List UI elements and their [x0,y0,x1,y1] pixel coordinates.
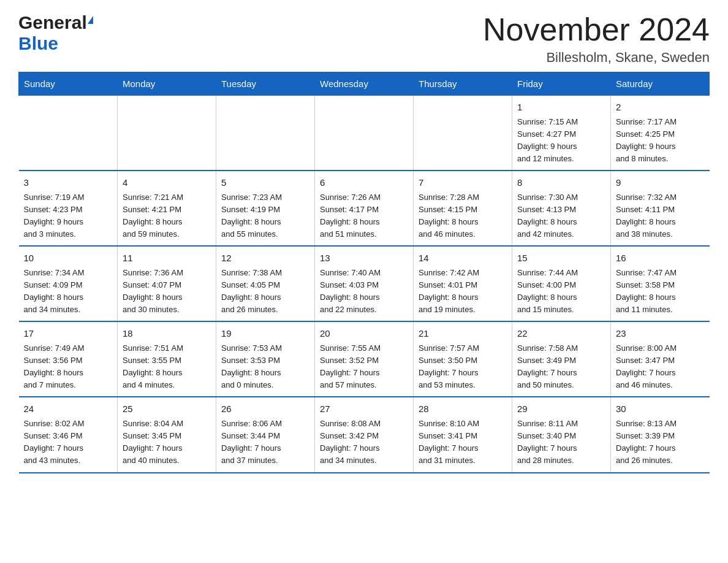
day-number: 12 [221,251,309,266]
day-cell: 23Sunrise: 8:00 AMSunset: 3:47 PMDayligh… [611,321,710,397]
day-number: 10 [24,251,113,266]
day-info: Sunrise: 7:51 AMSunset: 3:55 PMDaylight:… [123,342,211,392]
header-friday: Friday [512,72,611,96]
week-row-2: 3Sunrise: 7:19 AMSunset: 4:23 PMDaylight… [19,170,710,246]
day-info: Sunrise: 8:13 AMSunset: 3:39 PMDaylight:… [616,418,705,467]
day-info: Sunrise: 7:26 AMSunset: 4:17 PMDaylight:… [320,191,408,241]
day-cell: 5Sunrise: 7:23 AMSunset: 4:19 PMDaylight… [216,170,315,246]
title-block: November 2024 Billesholm, Skane, Sweden [483,12,710,66]
day-info: Sunrise: 7:21 AMSunset: 4:21 PMDaylight:… [123,191,211,241]
day-info: Sunrise: 8:02 AMSunset: 3:46 PMDaylight:… [24,418,113,467]
calendar-table: Sunday Monday Tuesday Wednesday Thursday… [18,72,710,473]
day-cell [414,96,512,171]
day-number: 8 [517,176,605,190]
day-number: 2 [616,101,705,115]
day-info: Sunrise: 8:11 AMSunset: 3:40 PMDaylight:… [517,418,605,467]
logo: General Blue [18,12,93,54]
day-info: Sunrise: 7:49 AMSunset: 3:56 PMDaylight:… [24,342,113,392]
day-info: Sunrise: 7:53 AMSunset: 3:53 PMDaylight:… [221,342,309,392]
day-number: 22 [517,327,605,341]
day-number: 27 [320,402,408,416]
day-cell: 2Sunrise: 7:17 AMSunset: 4:25 PMDaylight… [611,96,710,171]
header-wednesday: Wednesday [315,72,414,96]
calendar-body: 1Sunrise: 7:15 AMSunset: 4:27 PMDaylight… [19,96,710,473]
header-saturday: Saturday [611,72,710,96]
day-cell: 13Sunrise: 7:40 AMSunset: 4:03 PMDayligh… [315,246,414,321]
day-cell: 7Sunrise: 7:28 AMSunset: 4:15 PMDaylight… [414,170,512,246]
day-info: Sunrise: 7:28 AMSunset: 4:15 PMDaylight:… [419,191,507,241]
day-cell: 4Sunrise: 7:21 AMSunset: 4:21 PMDaylight… [118,170,216,246]
day-info: Sunrise: 7:58 AMSunset: 3:49 PMDaylight:… [517,342,605,392]
day-cell: 6Sunrise: 7:26 AMSunset: 4:17 PMDaylight… [315,170,414,246]
page-header: General Blue November 2024 Billesholm, S… [18,12,710,66]
day-cell: 28Sunrise: 8:10 AMSunset: 3:41 PMDayligh… [414,397,512,472]
day-info: Sunrise: 7:57 AMSunset: 3:50 PMDaylight:… [419,342,507,392]
day-cell: 9Sunrise: 7:32 AMSunset: 4:11 PMDaylight… [611,170,710,246]
day-number: 25 [123,402,211,416]
header-tuesday: Tuesday [216,72,315,96]
day-info: Sunrise: 7:40 AMSunset: 4:03 PMDaylight:… [320,267,408,316]
day-info: Sunrise: 7:44 AMSunset: 4:00 PMDaylight:… [517,267,605,316]
day-info: Sunrise: 7:47 AMSunset: 3:58 PMDaylight:… [616,267,705,316]
day-number: 13 [320,251,408,266]
week-row-3: 10Sunrise: 7:34 AMSunset: 4:09 PMDayligh… [19,246,710,321]
day-cell: 25Sunrise: 8:04 AMSunset: 3:45 PMDayligh… [118,397,216,472]
day-info: Sunrise: 7:17 AMSunset: 4:25 PMDaylight:… [616,116,705,166]
day-number: 6 [320,176,408,190]
day-number: 7 [419,176,507,190]
day-info: Sunrise: 7:30 AMSunset: 4:13 PMDaylight:… [517,191,605,241]
day-number: 14 [419,251,507,266]
day-cell: 21Sunrise: 7:57 AMSunset: 3:50 PMDayligh… [414,321,512,397]
day-cell: 16Sunrise: 7:47 AMSunset: 3:58 PMDayligh… [611,246,710,321]
week-row-5: 24Sunrise: 8:02 AMSunset: 3:46 PMDayligh… [19,397,710,472]
day-number: 28 [419,402,507,416]
header-thursday: Thursday [414,72,512,96]
logo-blue-text: Blue [18,33,58,53]
day-cell: 12Sunrise: 7:38 AMSunset: 4:05 PMDayligh… [216,246,315,321]
day-cell: 15Sunrise: 7:44 AMSunset: 4:00 PMDayligh… [512,246,611,321]
day-number: 16 [616,251,705,266]
day-info: Sunrise: 8:10 AMSunset: 3:41 PMDaylight:… [419,418,507,467]
day-info: Sunrise: 8:00 AMSunset: 3:47 PMDaylight:… [616,342,705,392]
day-info: Sunrise: 7:15 AMSunset: 4:27 PMDaylight:… [517,116,605,166]
day-cell: 11Sunrise: 7:36 AMSunset: 4:07 PMDayligh… [118,246,216,321]
main-title: November 2024 [483,12,710,47]
day-cell: 24Sunrise: 8:02 AMSunset: 3:46 PMDayligh… [19,397,118,472]
day-info: Sunrise: 7:55 AMSunset: 3:52 PMDaylight:… [320,342,408,392]
day-number: 3 [24,176,113,190]
day-cell: 26Sunrise: 8:06 AMSunset: 3:44 PMDayligh… [216,397,315,472]
day-cell [118,96,216,171]
day-number: 15 [517,251,605,266]
day-cell: 18Sunrise: 7:51 AMSunset: 3:55 PMDayligh… [118,321,216,397]
day-cell: 27Sunrise: 8:08 AMSunset: 3:42 PMDayligh… [315,397,414,472]
day-number: 20 [320,327,408,341]
header-sunday: Sunday [19,72,118,96]
day-number: 30 [616,402,705,416]
logo-flag-icon [88,16,93,24]
day-number: 9 [616,176,705,190]
day-number: 19 [221,327,309,341]
day-number: 1 [517,101,605,115]
day-info: Sunrise: 8:06 AMSunset: 3:44 PMDaylight:… [221,418,309,467]
day-number: 17 [24,327,113,341]
header-monday: Monday [118,72,216,96]
day-number: 5 [221,176,309,190]
day-cell: 14Sunrise: 7:42 AMSunset: 4:01 PMDayligh… [414,246,512,321]
day-cell [315,96,414,171]
week-row-4: 17Sunrise: 7:49 AMSunset: 3:56 PMDayligh… [19,321,710,397]
day-info: Sunrise: 7:36 AMSunset: 4:07 PMDaylight:… [123,267,211,316]
day-cell: 20Sunrise: 7:55 AMSunset: 3:52 PMDayligh… [315,321,414,397]
day-info: Sunrise: 7:23 AMSunset: 4:19 PMDaylight:… [221,191,309,241]
day-cell: 3Sunrise: 7:19 AMSunset: 4:23 PMDaylight… [19,170,118,246]
day-cell: 1Sunrise: 7:15 AMSunset: 4:27 PMDaylight… [512,96,611,171]
day-cell: 30Sunrise: 8:13 AMSunset: 3:39 PMDayligh… [611,397,710,472]
day-number: 26 [221,402,309,416]
day-number: 21 [419,327,507,341]
calendar-header: Sunday Monday Tuesday Wednesday Thursday… [19,72,710,96]
day-number: 23 [616,327,705,341]
day-cell [19,96,118,171]
day-cell [216,96,315,171]
day-info: Sunrise: 7:32 AMSunset: 4:11 PMDaylight:… [616,191,705,241]
day-cell: 17Sunrise: 7:49 AMSunset: 3:56 PMDayligh… [19,321,118,397]
day-cell: 22Sunrise: 7:58 AMSunset: 3:49 PMDayligh… [512,321,611,397]
